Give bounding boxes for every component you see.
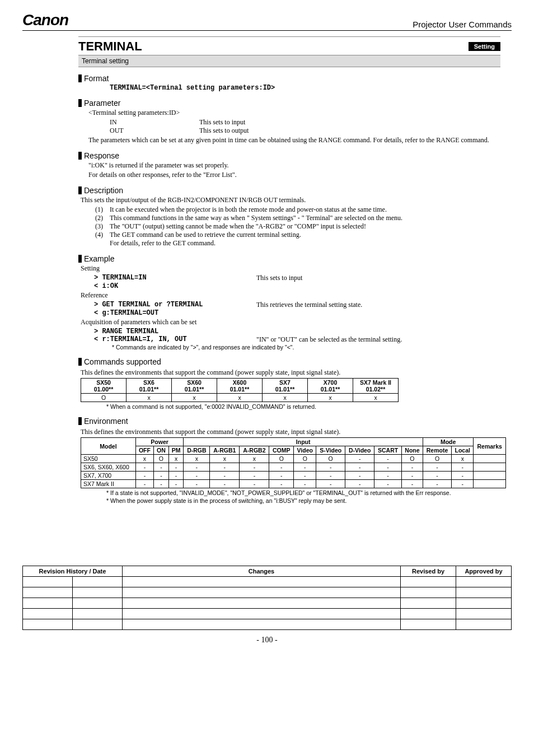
env-subheader: Remote xyxy=(423,446,451,455)
env-cell: - xyxy=(210,480,240,488)
env-cell: x xyxy=(452,455,474,463)
env-cell: - xyxy=(168,480,184,488)
environment-caption: This defines the environments that suppo… xyxy=(81,428,500,436)
commands-header: SX50 01.00** xyxy=(81,379,127,394)
col-power: Power xyxy=(135,438,184,446)
section-description: Description xyxy=(78,186,500,195)
commands-header: SX6 01.01** xyxy=(127,379,172,394)
param-val: This sets to output xyxy=(199,127,249,135)
env-subheader: D-RGB xyxy=(184,446,210,455)
env-subheader: ON xyxy=(154,446,169,455)
param-val: This sets to input xyxy=(199,118,245,127)
commands-cell: x xyxy=(308,394,353,402)
env-cell: - xyxy=(240,480,269,488)
commands-header: SX7 01.01** xyxy=(263,379,308,394)
commands-cell: x xyxy=(217,394,263,402)
subtitle: Terminal setting xyxy=(78,55,500,67)
setting-badge: Setting xyxy=(469,42,500,51)
env-cell: O xyxy=(423,455,451,463)
env-cell: - xyxy=(401,463,423,472)
env-cell: - xyxy=(423,480,451,488)
env-remarks xyxy=(474,480,506,488)
env-cell: O xyxy=(294,455,316,463)
example-row: > TERMINAL=IN This sets to input xyxy=(94,274,500,282)
page-number: - 100 - xyxy=(22,636,512,645)
env-cell: - xyxy=(168,463,184,472)
env-cell: - xyxy=(184,472,210,480)
environment-note: * When the power supply state is in the … xyxy=(106,497,500,504)
env-cell: x xyxy=(210,455,240,463)
response-line: "i:OK" is returned if the parameter was … xyxy=(88,161,500,170)
section-example: Example xyxy=(78,254,500,263)
commands-table: SX50 01.00**SX6 01.01**SX60 01.01**X600 … xyxy=(81,378,399,402)
section-environment: Environment xyxy=(78,417,500,426)
description-item: (3)The "OUT" (output) setting cannot be … xyxy=(95,222,500,231)
col-input: Input xyxy=(184,438,423,446)
env-cell: - xyxy=(452,480,474,488)
param-key: IN xyxy=(110,118,199,127)
example-desc: This sets to input xyxy=(256,274,302,282)
env-cell: - xyxy=(316,463,345,472)
section-commands: Commands supported xyxy=(78,357,500,366)
doc-title: Projector User Commands xyxy=(413,20,512,29)
commands-header: X600 01.01** xyxy=(217,379,263,394)
environment-table: Model Power Input Mode Remarks OFFONPMD-… xyxy=(81,437,506,488)
env-cell: - xyxy=(423,472,451,480)
env-subheader: D-Video xyxy=(345,446,374,455)
env-cell: - xyxy=(401,480,423,488)
env-model: SX7 Mark II xyxy=(81,480,136,488)
env-cell: - xyxy=(423,463,451,472)
env-cell: - xyxy=(374,472,402,480)
param-lead: <Terminal setting parameters:ID> xyxy=(88,109,500,117)
command-title: TERMINAL xyxy=(78,39,142,54)
env-subheader: None xyxy=(401,446,423,455)
col-remarks: Remarks xyxy=(474,438,506,455)
env-cell: - xyxy=(154,472,169,480)
example-cmd: > GET TERMINAL or ?TERMINAL xyxy=(94,301,256,309)
env-cell: - xyxy=(452,463,474,472)
example-row: < r:TERMINAL=I, IN, OUT "IN" or "OUT" ca… xyxy=(94,335,500,344)
section-response: Response xyxy=(78,151,500,160)
env-cell: x xyxy=(184,455,210,463)
commands-cell: x xyxy=(353,394,399,402)
commands-cell: x xyxy=(263,394,308,402)
env-cell: - xyxy=(135,472,153,480)
env-cell: O xyxy=(316,455,345,463)
env-cell: - xyxy=(210,463,240,472)
description-item: (1)It can be executed when the projector… xyxy=(95,206,500,214)
commands-header: SX7 Mark II 01.02** xyxy=(353,379,399,394)
env-cell: - xyxy=(135,480,153,488)
example-desc: This retrieves the terminal setting stat… xyxy=(256,301,362,309)
env-cell: - xyxy=(294,472,316,480)
environment-note: * If a state is not supported, "INVALID_… xyxy=(106,489,500,496)
env-subheader: SCART xyxy=(374,446,402,455)
example-resp: < g:TERMINAL=OUT xyxy=(94,309,500,317)
param-row: OUTThis sets to output xyxy=(110,127,500,135)
rev-h3: Revised by xyxy=(401,566,456,577)
title-bar: TERMINAL Setting xyxy=(78,36,500,55)
env-cell: - xyxy=(374,480,402,488)
env-cell: x xyxy=(135,455,153,463)
env-cell: - xyxy=(316,480,345,488)
env-cell: x xyxy=(168,455,184,463)
env-cell: - xyxy=(184,463,210,472)
example-acq-label: Acquisition of parameters which can be s… xyxy=(81,318,500,326)
col-mode: Mode xyxy=(423,438,473,446)
env-subheader: COMP xyxy=(269,446,294,455)
env-cell: - xyxy=(135,463,153,472)
env-cell: - xyxy=(240,463,269,472)
rev-h2: Changes xyxy=(123,566,401,577)
env-cell: - xyxy=(168,472,184,480)
col-model: Model xyxy=(81,438,136,455)
env-cell: - xyxy=(269,472,294,480)
example-resp: < i:OK xyxy=(94,282,500,290)
env-cell: - xyxy=(154,480,169,488)
env-cell: - xyxy=(294,463,316,472)
env-remarks xyxy=(474,455,506,463)
section-format: Format xyxy=(78,74,500,83)
env-remarks xyxy=(474,463,506,472)
example-setting-label: Setting xyxy=(81,264,500,273)
env-subheader: A-RGB1 xyxy=(210,446,240,455)
commands-cell: x xyxy=(127,394,172,402)
env-subheader: OFF xyxy=(135,446,153,455)
